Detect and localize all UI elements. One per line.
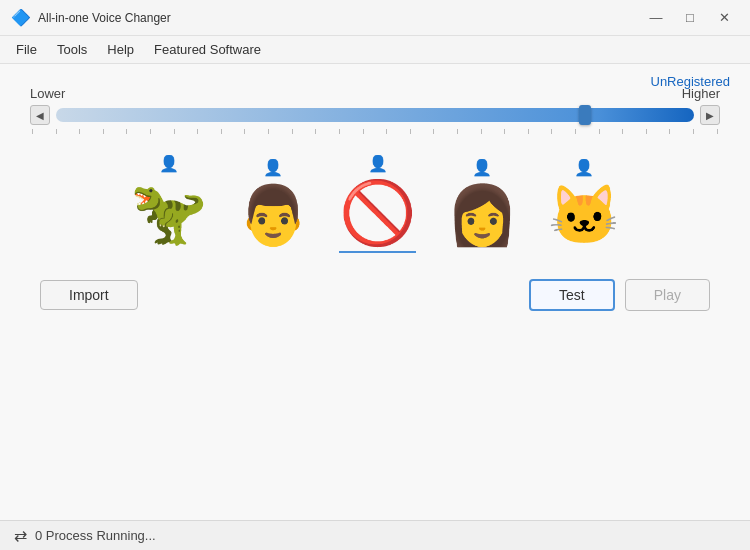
slider-thumb[interactable] bbox=[579, 105, 591, 125]
slider-labels: Lower Higher bbox=[30, 86, 720, 101]
tick bbox=[481, 129, 482, 134]
tick bbox=[197, 129, 198, 134]
tick bbox=[551, 129, 552, 134]
tick bbox=[646, 129, 647, 134]
test-button[interactable]: Test bbox=[529, 279, 615, 311]
status-icon: ⇄ bbox=[14, 526, 27, 545]
main-content: UnRegistered Lower Higher ◀ ▶ bbox=[0, 64, 750, 520]
character-woman[interactable]: 👤 👩 bbox=[446, 158, 518, 249]
tick bbox=[575, 129, 576, 134]
tick bbox=[339, 129, 340, 134]
tick bbox=[457, 129, 458, 134]
character-cat[interactable]: 👤 🐱 bbox=[548, 158, 620, 249]
app-icon: 🔷 bbox=[12, 9, 30, 27]
user-icon-none: 👤 bbox=[368, 154, 388, 173]
tick bbox=[315, 129, 316, 134]
status-bar: ⇄ 0 Process Running... bbox=[0, 520, 750, 550]
slider-left-arrow[interactable]: ◀ bbox=[30, 105, 50, 125]
maximize-button[interactable]: □ bbox=[676, 7, 704, 29]
tick bbox=[268, 129, 269, 134]
import-button[interactable]: Import bbox=[40, 280, 138, 310]
characters-section: 👤 🦖 👤 👨 👤 🚫 👤 👩 👤 🐱 bbox=[20, 154, 730, 249]
user-icon-woman: 👤 bbox=[472, 158, 492, 177]
tick bbox=[504, 129, 505, 134]
tick bbox=[717, 129, 718, 134]
emoji-woman: 👩 bbox=[446, 181, 518, 249]
minimize-button[interactable]: — bbox=[642, 7, 670, 29]
tick bbox=[56, 129, 57, 134]
emoji-cat: 🐱 bbox=[548, 181, 620, 249]
slider-ticks bbox=[30, 129, 720, 134]
app-title: All-in-one Voice Changer bbox=[38, 11, 642, 25]
tick bbox=[174, 129, 175, 134]
slider-section: Lower Higher ◀ ▶ bbox=[20, 86, 730, 134]
tick bbox=[433, 129, 434, 134]
emoji-none: 🚫 bbox=[339, 177, 416, 249]
character-man[interactable]: 👤 👨 bbox=[237, 158, 309, 249]
emoji-dragon: 🦖 bbox=[130, 177, 207, 249]
slider-container: ◀ ▶ bbox=[30, 105, 720, 125]
tick bbox=[528, 129, 529, 134]
tick bbox=[410, 129, 411, 134]
slider-lower-label: Lower bbox=[30, 86, 65, 101]
tick bbox=[292, 129, 293, 134]
buttons-section: Import Test Play bbox=[20, 279, 730, 311]
slider-right-arrow[interactable]: ▶ bbox=[700, 105, 720, 125]
play-button[interactable]: Play bbox=[625, 279, 710, 311]
close-button[interactable]: ✕ bbox=[710, 7, 738, 29]
slider-track-wrapper[interactable] bbox=[56, 105, 694, 125]
user-icon-man: 👤 bbox=[263, 158, 283, 177]
menu-bar: File Tools Help Featured Software bbox=[0, 36, 750, 64]
tick bbox=[103, 129, 104, 134]
tick bbox=[150, 129, 151, 134]
user-icon-dragon: 👤 bbox=[159, 154, 179, 173]
tick bbox=[32, 129, 33, 134]
tick bbox=[363, 129, 364, 134]
tick bbox=[244, 129, 245, 134]
tick bbox=[221, 129, 222, 134]
tick bbox=[693, 129, 694, 134]
status-text: 0 Process Running... bbox=[35, 528, 156, 543]
menu-featured-software[interactable]: Featured Software bbox=[146, 39, 269, 60]
tick bbox=[126, 129, 127, 134]
window-controls: — □ ✕ bbox=[642, 7, 738, 29]
menu-tools[interactable]: Tools bbox=[49, 39, 95, 60]
character-none[interactable]: 👤 🚫 bbox=[339, 154, 416, 249]
tick bbox=[622, 129, 623, 134]
menu-file[interactable]: File bbox=[8, 39, 45, 60]
emoji-man: 👨 bbox=[237, 181, 309, 249]
title-bar: 🔷 All-in-one Voice Changer — □ ✕ bbox=[0, 0, 750, 36]
user-icon-cat: 👤 bbox=[574, 158, 594, 177]
tick bbox=[599, 129, 600, 134]
tick bbox=[386, 129, 387, 134]
unregistered-label[interactable]: UnRegistered bbox=[651, 74, 731, 89]
slider-track bbox=[56, 108, 694, 122]
menu-help[interactable]: Help bbox=[99, 39, 142, 60]
character-dragon[interactable]: 👤 🦖 bbox=[130, 154, 207, 249]
tick bbox=[79, 129, 80, 134]
tick bbox=[669, 129, 670, 134]
right-buttons: Test Play bbox=[529, 279, 710, 311]
